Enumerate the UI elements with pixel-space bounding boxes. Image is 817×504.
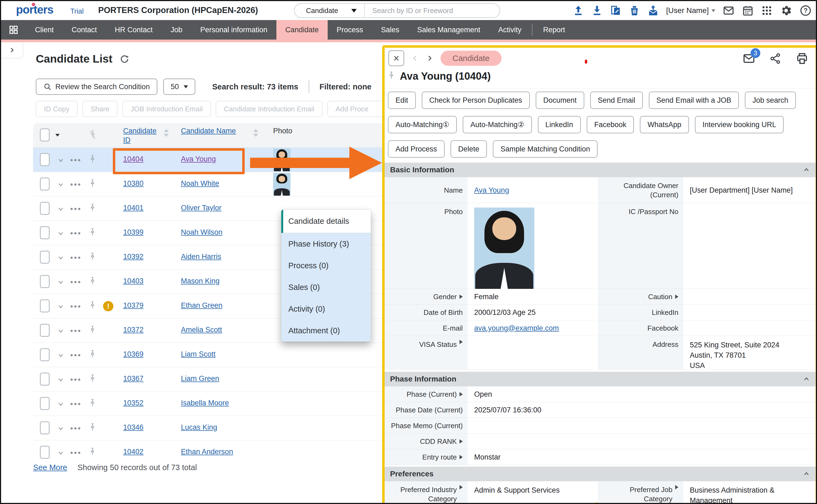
menu-item-activity[interactable]: Activity (0) [281, 298, 371, 320]
chevron-down-icon[interactable] [57, 400, 65, 408]
job-search-button[interactable]: Job search [745, 92, 796, 109]
pin-icon[interactable] [88, 349, 96, 361]
more-actions-icon[interactable] [70, 305, 80, 308]
menu-item-phase-history[interactable]: Phase History (3) [281, 233, 371, 255]
nav-activity[interactable]: Activity [489, 20, 530, 40]
pin-icon[interactable] [88, 447, 96, 458]
more-actions-icon[interactable] [70, 232, 80, 234]
nav-hr-contact[interactable]: HR Contact [106, 20, 162, 40]
delete-icon[interactable] [629, 5, 640, 16]
porters-logo[interactable]: porters [16, 3, 53, 16]
pin-icon[interactable] [88, 422, 96, 434]
pin-icon[interactable] [88, 227, 96, 239]
close-icon[interactable]: × [388, 50, 404, 66]
table-row[interactable]: 10367 Liam Green [33, 367, 384, 392]
sort-candidate-id-icon[interactable] [164, 129, 169, 137]
candidate-id-link[interactable]: 10367 [123, 374, 143, 383]
name-link[interactable]: Ava Young [474, 185, 509, 195]
unpin-all-icon[interactable] [88, 130, 97, 141]
row-checkbox[interactable] [40, 299, 50, 312]
candidate-name-link[interactable]: Isabella Moore [181, 399, 229, 407]
column-header-candidate-id[interactable]: Candidate ID [123, 126, 164, 145]
export-icon[interactable] [591, 5, 603, 16]
global-search[interactable]: Candidate [294, 3, 500, 18]
dashboard-grid-icon[interactable] [1, 20, 26, 40]
chevron-down-icon[interactable] [57, 449, 65, 457]
row-checkbox[interactable] [40, 421, 50, 434]
select-menu-icon[interactable] [55, 134, 60, 137]
auto-matching-1-button[interactable]: Auto-Matching① [388, 116, 457, 133]
chevron-down-icon[interactable] [57, 327, 65, 335]
see-more-link[interactable]: See More [33, 463, 67, 472]
section-preferences[interactable]: Preferences [385, 467, 816, 481]
gear-icon[interactable] [780, 4, 792, 17]
email-link[interactable]: ava.young@example.com [474, 323, 559, 333]
bulk-edit-icon[interactable] [610, 5, 622, 16]
menu-item-attachment[interactable]: Attachment (0) [281, 320, 371, 341]
page-size-select[interactable]: 50 [163, 79, 195, 95]
collapse-icon[interactable] [803, 470, 810, 478]
nav-sales[interactable]: Sales [372, 20, 408, 40]
more-actions-icon[interactable] [70, 427, 80, 429]
menu-item-sales[interactable]: Sales (0) [281, 276, 371, 298]
mail-icon[interactable] [723, 5, 735, 17]
share-icon[interactable] [770, 53, 781, 64]
sample-matching-condition-button[interactable]: Sample Matching Condition [493, 140, 597, 158]
pin-icon[interactable] [88, 154, 96, 166]
collapse-icon[interactable] [803, 375, 810, 383]
pin-icon[interactable] [88, 374, 96, 385]
add-process-button[interactable]: Add Process [388, 140, 445, 158]
row-checkbox[interactable] [40, 348, 50, 361]
row-checkbox[interactable] [40, 373, 50, 386]
row-checkbox[interactable] [40, 324, 50, 337]
more-actions-icon[interactable] [70, 354, 80, 356]
whatsapp-button[interactable]: WhatsApp [640, 116, 689, 133]
candidate-id-link[interactable]: 10352 [123, 399, 143, 407]
row-checkbox[interactable] [40, 251, 50, 264]
candidate-id-link[interactable]: 10372 [123, 326, 143, 334]
candidate-photo-large[interactable] [474, 208, 534, 289]
more-actions-icon[interactable] [70, 403, 80, 405]
send-email-button[interactable]: Send Email [590, 92, 643, 109]
more-actions-icon[interactable] [70, 330, 80, 332]
pin-icon[interactable] [88, 301, 96, 312]
send-mail-icon[interactable] [648, 5, 659, 16]
chevron-down-icon[interactable] [57, 351, 65, 359]
table-row[interactable]: 10402 Ethan Anderson [33, 440, 384, 459]
import-icon[interactable] [572, 5, 584, 16]
panel-mail-icon[interactable]: 3 [742, 52, 755, 65]
candidate-id-link[interactable]: 10403 [123, 277, 143, 285]
candidate-id-link[interactable]: 10369 [123, 350, 143, 358]
candidate-name-link[interactable]: Noah Wilson [181, 228, 223, 237]
pin-icon[interactable] [88, 252, 96, 263]
job-introduction-email-button[interactable]: JOB Introduction Email [122, 101, 211, 117]
table-row[interactable]: 10369 Liam Scott [33, 343, 384, 367]
row-checkbox[interactable] [40, 153, 50, 166]
select-all-checkbox[interactable] [40, 128, 50, 141]
candidate-id-link[interactable]: 10380 [123, 179, 143, 188]
id-copy-button[interactable]: ID Copy [36, 101, 78, 117]
next-record-icon[interactable] [426, 54, 433, 62]
candidate-id-link[interactable]: 10346 [123, 423, 143, 432]
candidate-name-link[interactable]: Liam Green [181, 374, 219, 383]
nav-client[interactable]: Client [26, 20, 63, 40]
more-actions-icon[interactable] [70, 257, 80, 259]
candidate-photo[interactable] [273, 173, 291, 196]
user-menu[interactable]: [User Name] [666, 6, 715, 15]
chevron-down-icon[interactable] [57, 425, 65, 432]
candidate-id-link[interactable]: 10401 [123, 204, 143, 212]
candidate-name-link[interactable]: Amelia Scott [181, 326, 222, 334]
row-checkbox[interactable] [40, 446, 50, 459]
nav-contact[interactable]: Contact [63, 20, 106, 40]
calendar-icon[interactable] [742, 5, 754, 17]
candidate-name-link[interactable]: Oliver Taylor [181, 204, 222, 212]
apps-grid-icon[interactable] [761, 5, 773, 16]
send-email-with-job-button[interactable]: Send Email with a JOB [649, 92, 739, 109]
menu-item-process[interactable]: Process (0) [281, 255, 371, 276]
chevron-down-icon[interactable] [57, 230, 65, 237]
column-header-candidate-name[interactable]: Candidate Name [181, 126, 236, 135]
row-checkbox[interactable] [40, 202, 50, 215]
candidate-id-link[interactable]: 10379 [123, 301, 143, 310]
print-icon[interactable] [796, 52, 809, 65]
nav-job[interactable]: Job [162, 20, 191, 40]
